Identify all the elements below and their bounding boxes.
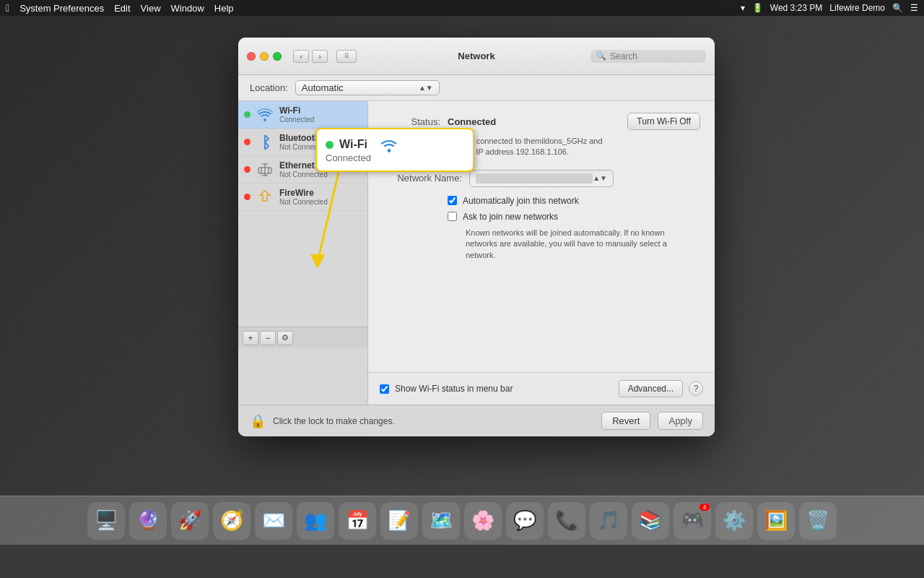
location-dropdown-arrow: ▲▼ xyxy=(419,84,433,92)
search-icon[interactable]: 🔍 xyxy=(892,3,903,13)
dock: 🖥️ 🔮 🚀 🧭 ✉️ 👥 📅 📝 🗺️ 🌸 💬 📞 🎵 📚 🎮 4 ⚙️ 🖼️… xyxy=(0,496,924,545)
location-bar: Location: Automatic ▲▼ xyxy=(238,75,715,101)
dock-contacts[interactable]: 👥 xyxy=(297,502,334,540)
wifi-item-text: Wi-Fi Connected xyxy=(279,105,362,124)
firewire-status-dot xyxy=(244,194,250,200)
known-networks-note: Known networks will be joined automatica… xyxy=(466,228,668,261)
network-name-value xyxy=(476,173,593,184)
dock-sysprefs[interactable]: ⚙️ xyxy=(715,502,753,540)
window-bottom-bar: 🔒 Click the lock to make changes. Revert… xyxy=(238,405,715,436)
bluetooth-icon xyxy=(256,134,274,151)
lock-text: Click the lock to make changes. xyxy=(273,416,594,426)
dock-messages[interactable]: 💬 xyxy=(506,502,544,540)
apply-button[interactable]: Apply xyxy=(658,412,703,430)
menu-window[interactable]: Window xyxy=(171,3,204,14)
auto-join-label: Automatically join this network xyxy=(463,196,579,206)
menubar:  System Preferences Edit View Window He… xyxy=(0,0,924,16)
search-icon: 🔍 xyxy=(596,51,606,61)
wifi-status-icon: ▾ xyxy=(741,3,745,13)
show-wifi-status-checkbox[interactable] xyxy=(380,384,389,394)
annotation-dot xyxy=(326,141,334,149)
minimize-button[interactable] xyxy=(260,52,269,61)
status-description: Wi-Fi is connected to themildons_5GHz an… xyxy=(448,136,700,158)
appstore-badge: 4 xyxy=(699,504,710,511)
network-name-row: Network Name: ▲▼ xyxy=(383,170,700,187)
sidebar-bottom-bar: + − ⚙ xyxy=(238,327,367,348)
menubar-left:  System Preferences Edit View Window He… xyxy=(6,2,234,14)
menu-view[interactable]: View xyxy=(141,3,161,14)
search-input[interactable] xyxy=(610,51,700,61)
dock-launchpad[interactable]: 🚀 xyxy=(171,502,209,540)
location-value: Automatic xyxy=(302,82,344,93)
network-name-select[interactable]: ▲▼ xyxy=(469,170,614,187)
sidebar-item-firewire[interactable]: FireWire Not Connected xyxy=(238,184,367,211)
network-name-label: Network Name: xyxy=(383,173,462,184)
advanced-button[interactable]: Advanced... xyxy=(619,380,683,397)
dock-photos[interactable]: 🌸 xyxy=(464,502,502,540)
menubar-right: ▾ 🔋 Wed 3:23 PM Lifewire Demo 🔍 ☰ xyxy=(741,3,918,13)
annotation-box: Wi-Fi Connected xyxy=(315,128,474,172)
bluetooth-status-dot xyxy=(244,139,250,145)
location-select[interactable]: Automatic ▲▼ xyxy=(295,80,440,95)
ethernet-status-dot xyxy=(244,166,250,173)
firewire-item-text: FireWire Not Connected xyxy=(279,188,362,206)
auto-join-row: Automatically join this network xyxy=(448,196,700,206)
maximize-button[interactable] xyxy=(273,52,282,61)
menu-help[interactable]: Help xyxy=(214,3,234,14)
dock-maps[interactable]: 🗺️ xyxy=(422,502,460,540)
auto-join-checkbox[interactable] xyxy=(448,196,457,205)
datetime: Wed 3:23 PM xyxy=(770,3,822,13)
app-name[interactable]: System Preferences xyxy=(19,3,104,14)
network-settings-button[interactable]: ⚙ xyxy=(277,331,293,345)
status-value: Connected xyxy=(448,116,496,127)
lock-icon[interactable]: 🔒 xyxy=(250,413,266,429)
dock-screenshot[interactable]: 🖼️ xyxy=(757,502,795,540)
dock-mail[interactable]: ✉️ xyxy=(255,502,292,540)
close-button[interactable] xyxy=(247,52,256,61)
dock-notes[interactable]: 📝 xyxy=(380,502,418,540)
wifi-status-dot xyxy=(244,111,250,118)
show-wifi-label: Show Wi-Fi status in menu bar xyxy=(395,384,513,394)
turn-wifi-off-button[interactable]: Turn Wi-Fi Off xyxy=(627,113,700,130)
sidebar-item-wifi[interactable]: Wi-Fi Connected xyxy=(238,101,367,129)
wifi-name: Wi-Fi xyxy=(279,105,362,116)
ask-join-checkbox[interactable] xyxy=(448,212,457,221)
ask-join-row: Ask to join new networks xyxy=(448,212,700,222)
firewire-name: FireWire xyxy=(279,188,362,198)
network-name-arrow: ▲▼ xyxy=(593,174,607,182)
traffic-lights xyxy=(247,52,282,61)
dock-trash[interactable]: 🗑️ xyxy=(799,502,837,540)
dock-music[interactable]: 🎵 xyxy=(590,502,627,540)
back-button[interactable]: ‹ xyxy=(293,50,309,63)
notification-icon[interactable]: ☰ xyxy=(910,3,918,13)
desktop: ‹ › ⠿ Network 🔍 Location: Automatic ▲▼ xyxy=(0,16,924,545)
forward-button[interactable]: › xyxy=(312,50,328,63)
ethernet-icon xyxy=(256,161,274,178)
search-bar[interactable]: 🔍 xyxy=(590,50,706,63)
help-button[interactable]: ? xyxy=(689,381,703,396)
dock-appstore[interactable]: 🎮 4 xyxy=(674,502,711,540)
add-network-button[interactable]: + xyxy=(243,331,258,345)
window-title: Network xyxy=(458,51,494,61)
revert-button[interactable]: Revert xyxy=(601,412,650,430)
remove-network-button[interactable]: − xyxy=(260,331,276,345)
dock-safari[interactable]: 🧭 xyxy=(213,502,250,540)
dock-books[interactable]: 📚 xyxy=(632,502,669,540)
dock-facetime[interactable]: 📞 xyxy=(548,502,585,540)
firewire-status: Not Connected xyxy=(279,198,362,206)
firewire-icon xyxy=(256,189,274,206)
grid-view-button[interactable]: ⠿ xyxy=(336,50,357,63)
wifi-status: Connected xyxy=(279,116,362,124)
nav-buttons: ‹ › xyxy=(293,50,328,63)
menu-edit[interactable]: Edit xyxy=(114,3,130,14)
dock-siri[interactable]: 🔮 xyxy=(129,502,167,540)
titlebar: ‹ › ⠿ Network 🔍 xyxy=(238,38,715,75)
location-label: Location: xyxy=(250,82,288,93)
network-window: ‹ › ⠿ Network 🔍 Location: Automatic ▲▼ xyxy=(238,38,715,436)
dock-finder[interactable]: 🖥️ xyxy=(87,502,125,540)
status-label: Status: xyxy=(383,116,440,127)
username: Lifewire Demo xyxy=(829,3,885,13)
apple-menu[interactable]:  xyxy=(6,2,9,14)
dock-calendar[interactable]: 📅 xyxy=(339,502,376,540)
main-content: Wi-Fi Connected Bluetooth PAN Not Connec xyxy=(238,101,715,405)
